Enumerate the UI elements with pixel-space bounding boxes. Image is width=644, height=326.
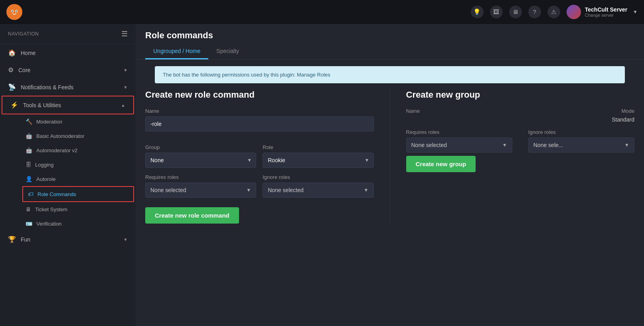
notifications-arrow-icon: ▼	[123, 85, 128, 90]
group-name-mode-row: Name Mode Standard	[406, 108, 635, 123]
hamburger-icon[interactable]: ☰	[121, 29, 128, 38]
group-ignore-roles-value: None sele...	[533, 142, 563, 148]
group-ignore-roles-dropdown[interactable]: None sele... ▼	[528, 137, 634, 153]
sidebar-item-verification-label: Verification	[36, 221, 62, 227]
verification-icon: 🪪	[26, 220, 32, 227]
two-col-layout: Create new role command Name Group None	[145, 90, 634, 224]
group-select[interactable]: None	[146, 153, 256, 167]
server-text: TechCult Server Change server	[585, 6, 627, 18]
autorole-icon: 👤	[26, 176, 32, 182]
group-ignore-roles-field: Ignore roles None sele... ▼	[528, 129, 634, 153]
role-select[interactable]: Rookie	[263, 153, 373, 167]
requires-roles-field: Requires roles None selected ▼	[145, 174, 256, 198]
create-group-title: Create new group	[406, 90, 635, 100]
sidebar-item-home[interactable]: 🏠 Home	[0, 44, 136, 61]
tools-icon: ⚡	[10, 101, 18, 109]
ignore-roles-dropdown[interactable]: None selected ▼	[263, 183, 373, 198]
group-requires-roles-field: Requires roles None selected ▼	[406, 129, 512, 153]
group-requires-ignore-row: Requires roles None selected ▼ Ignore ro…	[406, 129, 635, 153]
home-icon: 🏠	[8, 49, 16, 57]
sidebar-item-basic-automod-label: Basic Automoderator	[36, 133, 85, 139]
requires-roles-value: None selected	[150, 187, 186, 193]
server-selector[interactable]: TechCult Server Change server ▼	[567, 5, 638, 19]
sidebar-item-notifications-label: Notifications & Feeds	[21, 84, 73, 90]
core-arrow-icon: ▼	[123, 68, 128, 73]
logging-icon: 🗄	[26, 161, 31, 168]
create-group-button[interactable]: Create new group	[406, 156, 476, 172]
ignore-roles-label: Ignore roles	[263, 174, 373, 180]
role-commands-icon: 🏷	[28, 191, 34, 197]
sidebar-item-tools[interactable]: ⚡ Tools & Utilities ▲	[2, 96, 134, 114]
server-avatar	[567, 5, 581, 19]
alert-icon[interactable]: ⚠	[547, 6, 560, 18]
sidebar-item-verification[interactable]: 🪪 Verification	[21, 216, 136, 231]
sidebar-nav-label: Navigation	[8, 31, 39, 37]
topbar: 💡 🖼 🖥 ? ⚠ TechCult Server Change server …	[0, 0, 644, 24]
requires-roles-label: Requires roles	[145, 174, 256, 180]
sidebar-item-core[interactable]: ⚙ Core ▼	[0, 61, 136, 79]
fun-icon: 🏆	[8, 236, 16, 243]
sidebar-item-automod-v2-label: Automoderator v2	[36, 147, 77, 153]
group-role-row: Group None ▼ Role	[145, 144, 374, 168]
sidebar-item-logging-label: Logging	[35, 162, 53, 168]
group-ignore-roles-label: Ignore roles	[528, 129, 634, 135]
group-mode-label: Mode	[528, 108, 634, 114]
monitor-icon[interactable]: 🖥	[509, 6, 522, 18]
create-role-command-title: Create new role command	[145, 90, 374, 100]
create-role-command-section: Create new role command Name Group None	[145, 90, 390, 224]
lightbulb-icon[interactable]: 💡	[471, 6, 484, 18]
svg-point-4	[16, 10, 17, 12]
tools-arrow-icon: ▲	[121, 103, 125, 108]
topbar-left	[6, 4, 22, 20]
basic-automod-icon: 🤖	[26, 133, 32, 139]
sidebar-item-core-label: Core	[18, 67, 30, 73]
fun-arrow-icon: ▼	[123, 237, 128, 242]
name-field-group: Name	[145, 108, 374, 138]
svg-point-0	[9, 7, 20, 17]
group-mode-field: Mode Standard	[528, 108, 634, 123]
logo[interactable]	[6, 4, 22, 20]
tools-submenu: 🔨 Moderation 🤖 Basic Automoderator 🤖 Aut…	[0, 114, 136, 231]
group-requires-roles-arrow-icon: ▼	[502, 142, 507, 148]
tab-ungrouped[interactable]: Ungrouped / Home	[145, 44, 208, 59]
sidebar-item-automod-v2[interactable]: 🤖 Automoderator v2	[21, 143, 136, 157]
group-label: Group	[145, 144, 256, 150]
requires-ignore-row: Requires roles None selected ▼ Ignore ro…	[145, 174, 374, 198]
sidebar-item-moderation-label: Moderation	[36, 119, 62, 125]
content-area: Role commands Ungrouped / Home Specialty…	[136, 24, 644, 326]
automod-v2-icon: 🤖	[26, 147, 32, 153]
group-name-label: Name	[406, 108, 512, 114]
group-requires-roles-value: None selected	[411, 142, 447, 148]
ignore-roles-field: Ignore roles None selected ▼	[263, 174, 373, 198]
name-input[interactable]	[145, 116, 374, 132]
svg-point-3	[12, 10, 13, 12]
sidebar-item-basic-automod[interactable]: 🤖 Basic Automoderator	[21, 129, 136, 143]
sidebar-item-notifications[interactable]: 📡 Notifications & Feeds ▼	[0, 79, 136, 96]
topbar-right: 💡 🖼 🖥 ? ⚠ TechCult Server Change server …	[471, 5, 638, 19]
group-ignore-roles-arrow-icon: ▼	[624, 142, 629, 148]
requires-roles-arrow-icon: ▼	[246, 187, 251, 193]
sidebar-item-tools-label: Tools & Utilities	[23, 102, 61, 108]
requires-roles-dropdown[interactable]: None selected ▼	[145, 183, 256, 198]
sidebar-item-logging[interactable]: 🗄 Logging	[21, 157, 136, 172]
sidebar-item-fun[interactable]: 🏆 Fun ▼	[0, 231, 136, 248]
sidebar-item-autorole[interactable]: 👤 Autorole	[21, 172, 136, 186]
sidebar-item-ticket-system[interactable]: 🖥 Ticket System	[21, 202, 136, 216]
sidebar-item-moderation[interactable]: 🔨 Moderation	[21, 114, 136, 129]
server-dropdown-icon: ▼	[633, 9, 638, 15]
image-icon[interactable]: 🖼	[490, 6, 503, 18]
sidebar-header: Navigation ☰	[0, 24, 136, 44]
sidebar-item-role-commands-label: Role Commands	[38, 191, 76, 197]
group-requires-roles-dropdown[interactable]: None selected ▼	[406, 137, 512, 153]
moderation-icon: 🔨	[26, 118, 32, 125]
sidebar-item-role-commands[interactable]: 🏷 Role Commands	[22, 186, 134, 202]
main-layout: Navigation ☰ 🏠 Home ⚙ Core ▼ 📡 Notificat…	[0, 24, 644, 326]
server-name: TechCult Server	[585, 6, 627, 13]
group-field: Group None ▼	[145, 144, 256, 168]
create-role-command-button[interactable]: Create new role command	[145, 207, 239, 224]
tab-specialty[interactable]: Specialty	[208, 44, 247, 59]
sidebar-item-home-label: Home	[21, 50, 36, 56]
role-label: Role	[263, 144, 373, 150]
group-mode-value: Standard	[528, 116, 634, 123]
help-icon[interactable]: ?	[528, 6, 541, 18]
